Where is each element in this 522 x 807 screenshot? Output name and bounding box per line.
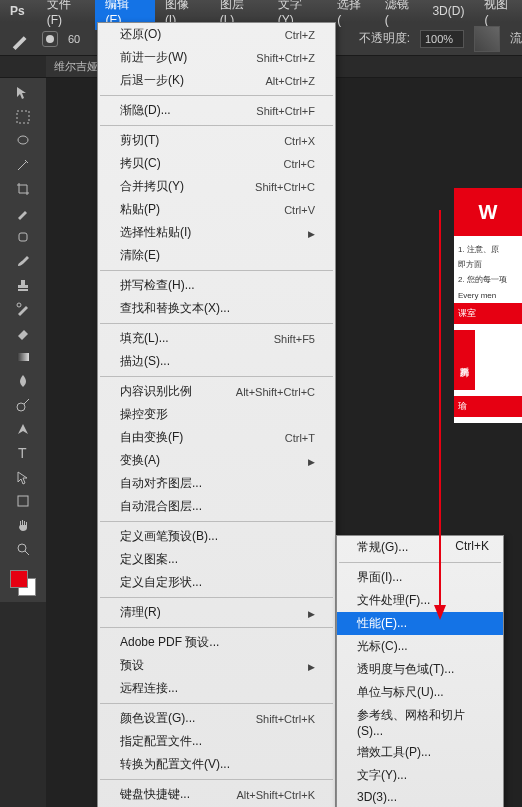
edit-menu-item-6[interactable]: 剪切(T)Ctrl+X [98,129,335,152]
tool-patch-icon[interactable] [12,226,34,248]
pref-item-8[interactable]: 参考线、网格和切片(S)... [337,704,503,741]
pref-item-4[interactable]: 性能(E)... [337,612,503,635]
edit-menu-item-16[interactable]: 填充(L)...Shift+F5 [98,327,335,350]
edit-menu-item-1[interactable]: 前进一步(W)Shift+Ctrl+Z [98,46,335,69]
pref-item-7[interactable]: 单位与标尺(U)... [337,681,503,704]
edit-menu-item-23[interactable]: 自动对齐图层... [98,472,335,495]
pref-item-5[interactable]: 光标(C)... [337,635,503,658]
edit-menu-item-22[interactable]: 变换(A)▶ [98,449,335,472]
edit-menu-item-10[interactable]: 选择性粘贴(I)▶ [98,221,335,244]
tool-path-select-icon[interactable] [12,466,34,488]
edit-menu-item-33[interactable]: 预设▶ [98,654,335,677]
edit-menu-item-7[interactable]: 拷贝(C)Ctrl+C [98,152,335,175]
edit-menu-item-19[interactable]: 内容识别比例Alt+Shift+Ctrl+C [98,380,335,403]
app-logo: Ps [10,4,25,18]
edit-menu-item-13[interactable]: 拼写检查(H)... [98,274,335,297]
fg-bg-swatch[interactable] [8,568,38,598]
svg-rect-4 [17,353,29,361]
edit-menu-dropdown: 还原(O)Ctrl+Z前进一步(W)Shift+Ctrl+Z后退一步(K)Alt… [97,22,336,807]
edit-menu-item-2[interactable]: 后退一步(K)Alt+Ctrl+Z [98,69,335,92]
pref-item-9[interactable]: 增效工具(P)... [337,741,503,764]
edit-menu-item-26[interactable]: 定义画笔预设(B)... [98,525,335,548]
tool-eraser-icon[interactable] [12,322,34,344]
pref-item-3[interactable]: 文件处理(F)... [337,589,503,612]
pref-item-0[interactable]: 常规(G)...Ctrl+K [337,536,503,559]
svg-point-8 [18,544,26,552]
tool-zoom-icon[interactable] [12,538,34,560]
tool-move-icon[interactable] [12,82,34,104]
tool-dodge-icon[interactable] [12,394,34,416]
edit-menu-item-14[interactable]: 查找和替换文本(X)... [98,297,335,320]
svg-text:T: T [18,445,27,461]
pref-item-2[interactable]: 界面(I)... [337,566,503,589]
document-preview: W 1. 注意、原 即方面 2. 您的每一项 Every men 课室 舞蹈房 … [454,188,522,423]
doc-text-4: Every men [454,288,522,303]
pref-item-11[interactable]: 3D(3)... [337,787,503,807]
pref-item-6[interactable]: 透明度与色域(T)... [337,658,503,681]
edit-menu-item-8[interactable]: 合并拷贝(Y)Shift+Ctrl+C [98,175,335,198]
edit-menu-item-32[interactable]: Adobe PDF 预设... [98,631,335,654]
edit-menu-item-20[interactable]: 操控变形 [98,403,335,426]
opacity-label: 不透明度: [359,30,410,47]
edit-menu-item-28[interactable]: 定义自定形状... [98,571,335,594]
edit-menu-item-11[interactable]: 清除(E) [98,244,335,267]
brush-size[interactable]: 60 [68,33,80,45]
svg-point-5 [17,403,25,411]
edit-menu-item-4[interactable]: 渐隐(D)...Shift+Ctrl+F [98,99,335,122]
tool-shape-icon[interactable] [12,490,34,512]
menu-3d[interactable]: 3D(D) [422,1,474,21]
pref-item-10[interactable]: 文字(Y)... [337,764,503,787]
doc-block-2: 舞蹈房 [454,330,475,390]
brush-preview-icon[interactable] [42,31,58,47]
flow-label: 流 [510,30,522,47]
menubar: Ps 文件(F) 编辑(E) 图像(I) 图层(L) 文字(Y) 选择( 滤镜(… [0,0,522,22]
tool-type-icon[interactable]: T [12,442,34,464]
tool-marquee-icon[interactable] [12,106,34,128]
edit-menu-item-36[interactable]: 颜色设置(G)...Shift+Ctrl+K [98,707,335,730]
edit-menu-item-21[interactable]: 自由变换(F)Ctrl+T [98,426,335,449]
tool-wand-icon[interactable] [12,154,34,176]
svg-rect-0 [17,111,29,123]
doc-block-1: 课室 [454,303,522,324]
preferences-submenu: 常规(G)...Ctrl+K界面(I)...文件处理(F)...性能(E)...… [336,535,504,807]
tool-crop-icon[interactable] [12,178,34,200]
tool-preset-icon[interactable] [10,28,32,50]
edit-menu-item-30[interactable]: 清理(R)▶ [98,601,335,624]
svg-rect-7 [18,496,28,506]
tool-pen-icon[interactable] [12,418,34,440]
edit-menu-item-0[interactable]: 还原(O)Ctrl+Z [98,23,335,46]
edit-menu-item-34[interactable]: 远程连接... [98,677,335,700]
doc-block-3: 瑜 [454,396,522,417]
edit-menu-item-24[interactable]: 自动混合图层... [98,495,335,518]
svg-point-3 [17,303,21,307]
tool-eyedropper-icon[interactable] [12,202,34,224]
tool-lasso-icon[interactable] [12,130,34,152]
edit-menu-item-9[interactable]: 粘贴(P)Ctrl+V [98,198,335,221]
tool-blur-icon[interactable] [12,370,34,392]
svg-point-1 [18,136,28,144]
doc-header: W [454,188,522,236]
options-swatch-icon[interactable] [474,26,500,52]
edit-menu-item-40[interactable]: 键盘快捷键...Alt+Shift+Ctrl+K [98,783,335,806]
tool-history-brush-icon[interactable] [12,298,34,320]
menu-file[interactable]: 文件(F) [37,0,96,30]
tools-panel: T [0,78,46,602]
edit-menu-item-27[interactable]: 定义图案... [98,548,335,571]
svg-rect-2 [19,233,27,241]
edit-menu-item-38[interactable]: 转换为配置文件(V)... [98,753,335,776]
doc-text-2: 即方面 [454,257,522,272]
edit-menu-item-37[interactable]: 指定配置文件... [98,730,335,753]
tool-stamp-icon[interactable] [12,274,34,296]
opacity-input[interactable] [420,30,464,48]
menu-filter[interactable]: 滤镜( [375,0,423,30]
tool-hand-icon[interactable] [12,514,34,536]
edit-menu-item-17[interactable]: 描边(S)... [98,350,335,373]
tool-brush-icon[interactable] [12,250,34,272]
doc-text-1: 1. 注意、原 [454,242,522,257]
doc-text-3: 2. 您的每一项 [454,272,522,287]
tool-gradient-icon[interactable] [12,346,34,368]
